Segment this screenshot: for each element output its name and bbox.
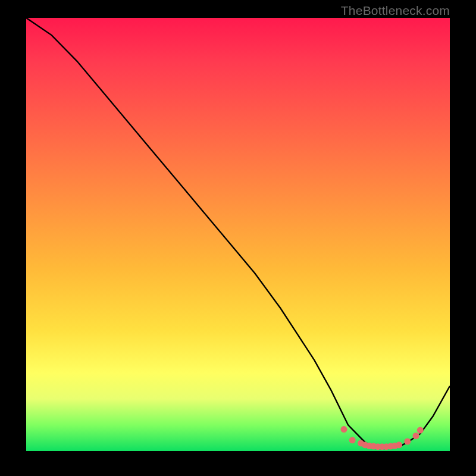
marker-dot bbox=[404, 439, 411, 445]
marker-dot bbox=[396, 441, 402, 448]
chart-frame: TheBottleneck.com bbox=[0, 0, 476, 476]
chart-svg bbox=[26, 18, 450, 451]
bottleneck-curve-path bbox=[26, 18, 450, 447]
marker-dot bbox=[341, 426, 347, 433]
marker-dot bbox=[349, 437, 356, 443]
marker-dot bbox=[417, 427, 424, 434]
watermark-text: TheBottleneck.com bbox=[341, 4, 450, 18]
marker-dot bbox=[413, 433, 419, 439]
plot-area bbox=[26, 18, 450, 451]
